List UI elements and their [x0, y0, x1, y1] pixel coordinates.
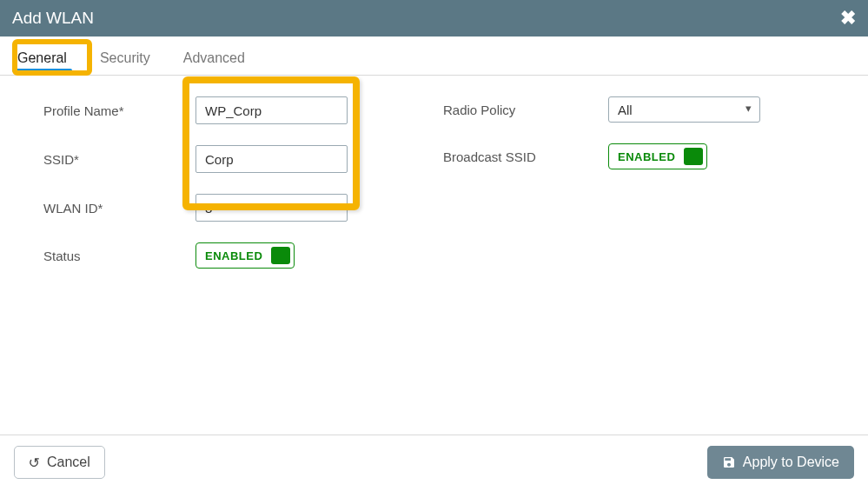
add-wlan-modal: Add WLAN ✖ General Security Advanced Pro…	[0, 0, 868, 491]
ssid-input[interactable]	[195, 145, 348, 173]
apply-button-label: Apply to Device	[743, 455, 839, 470]
status-toggle-state: ENABLED	[205, 249, 262, 262]
tabs-bar: General Security Advanced	[0, 36, 868, 76]
row-broadcast-ssid: Broadcast SSID ENABLED	[443, 143, 791, 169]
column-right: Radio Policy All Broadcast SSID ENABLED	[443, 96, 791, 426]
row-status: Status ENABLED	[43, 242, 374, 269]
profile-name-input[interactable]	[195, 96, 348, 124]
column-left: Profile Name* SSID* WLAN ID* Status ENAB…	[43, 96, 374, 426]
profile-name-label: Profile Name*	[43, 103, 187, 118]
close-icon[interactable]: ✖	[840, 7, 856, 30]
modal-header: Add WLAN ✖	[0, 0, 868, 36]
tab-label: General	[17, 50, 67, 65]
row-profile-name: Profile Name*	[43, 96, 374, 124]
radio-policy-label: Radio Policy	[443, 103, 600, 117]
row-wlan-id: WLAN ID*	[43, 194, 374, 222]
radio-policy-select[interactable]: All	[608, 96, 760, 123]
form-body: Profile Name* SSID* WLAN ID* Status ENAB…	[0, 76, 868, 435]
broadcast-ssid-toggle-state: ENABLED	[618, 150, 675, 163]
save-icon	[722, 455, 736, 469]
status-toggle[interactable]: ENABLED	[195, 242, 295, 269]
status-label: Status	[43, 249, 187, 263]
wlan-id-input[interactable]	[195, 194, 348, 222]
tab-label: Security	[100, 50, 150, 65]
radio-policy-select-wrap: All	[608, 96, 760, 123]
broadcast-ssid-label: Broadcast SSID	[443, 149, 600, 164]
row-radio-policy: Radio Policy All	[443, 96, 791, 123]
ssid-label: SSID*	[43, 152, 187, 167]
broadcast-ssid-toggle[interactable]: ENABLED	[608, 143, 707, 169]
row-ssid: SSID*	[43, 145, 374, 173]
cancel-button-label: Cancel	[47, 455, 90, 470]
toggle-knob	[684, 148, 703, 165]
tab-general[interactable]: General	[14, 43, 70, 75]
apply-button[interactable]: Apply to Device	[707, 446, 854, 479]
toggle-knob	[271, 247, 290, 264]
tab-label: Advanced	[183, 50, 245, 65]
cancel-button[interactable]: ↻ Cancel	[14, 446, 105, 479]
wlan-id-label: WLAN ID*	[43, 201, 187, 216]
modal-footer: ↻ Cancel Apply to Device	[0, 435, 868, 491]
tab-advanced[interactable]: Advanced	[180, 43, 248, 75]
undo-icon: ↻	[29, 455, 40, 471]
modal-title: Add WLAN	[12, 9, 94, 28]
tab-security[interactable]: Security	[96, 43, 154, 75]
